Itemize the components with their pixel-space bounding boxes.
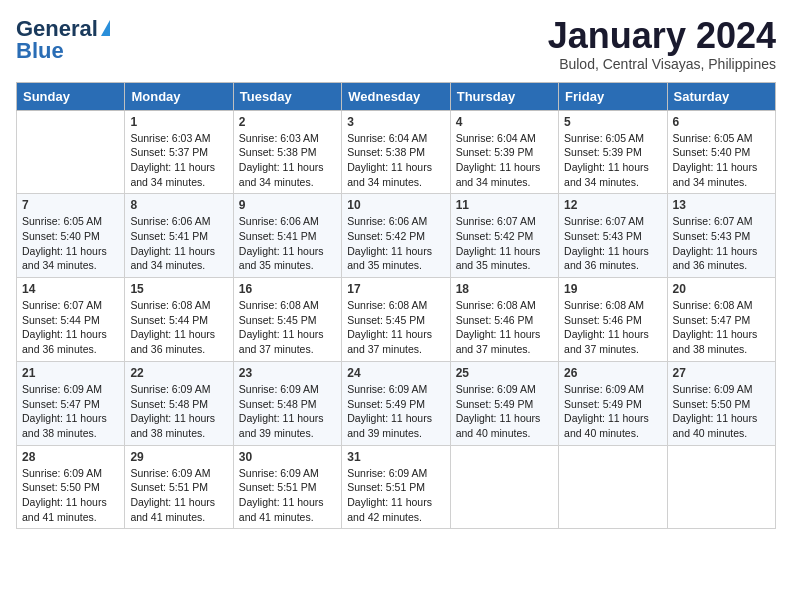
day-detail: Sunrise: 6:08 AMSunset: 5:45 PMDaylight:… (239, 298, 336, 357)
calendar-cell: 31Sunrise: 6:09 AMSunset: 5:51 PMDayligh… (342, 445, 450, 529)
day-detail: Sunrise: 6:05 AMSunset: 5:39 PMDaylight:… (564, 131, 661, 190)
calendar-cell: 12Sunrise: 6:07 AMSunset: 5:43 PMDayligh… (559, 194, 667, 278)
day-detail: Sunrise: 6:09 AMSunset: 5:50 PMDaylight:… (673, 382, 770, 441)
calendar-cell: 25Sunrise: 6:09 AMSunset: 5:49 PMDayligh… (450, 361, 558, 445)
day-detail: Sunrise: 6:08 AMSunset: 5:45 PMDaylight:… (347, 298, 444, 357)
day-detail: Sunrise: 6:09 AMSunset: 5:51 PMDaylight:… (347, 466, 444, 525)
day-number: 1 (130, 115, 227, 129)
day-detail: Sunrise: 6:09 AMSunset: 5:50 PMDaylight:… (22, 466, 119, 525)
day-detail: Sunrise: 6:09 AMSunset: 5:48 PMDaylight:… (130, 382, 227, 441)
calendar-cell: 5Sunrise: 6:05 AMSunset: 5:39 PMDaylight… (559, 110, 667, 194)
day-detail: Sunrise: 6:07 AMSunset: 5:42 PMDaylight:… (456, 214, 553, 273)
calendar-cell (559, 445, 667, 529)
day-number: 14 (22, 282, 119, 296)
calendar-cell: 2Sunrise: 6:03 AMSunset: 5:38 PMDaylight… (233, 110, 341, 194)
calendar-cell: 29Sunrise: 6:09 AMSunset: 5:51 PMDayligh… (125, 445, 233, 529)
calendar-cell: 15Sunrise: 6:08 AMSunset: 5:44 PMDayligh… (125, 278, 233, 362)
calendar-cell: 21Sunrise: 6:09 AMSunset: 5:47 PMDayligh… (17, 361, 125, 445)
calendar-cell: 23Sunrise: 6:09 AMSunset: 5:48 PMDayligh… (233, 361, 341, 445)
day-detail: Sunrise: 6:08 AMSunset: 5:44 PMDaylight:… (130, 298, 227, 357)
day-number: 16 (239, 282, 336, 296)
calendar-week-row: 7Sunrise: 6:05 AMSunset: 5:40 PMDaylight… (17, 194, 776, 278)
calendar-table: SundayMondayTuesdayWednesdayThursdayFrid… (16, 82, 776, 530)
calendar-cell: 4Sunrise: 6:04 AMSunset: 5:39 PMDaylight… (450, 110, 558, 194)
calendar-cell: 3Sunrise: 6:04 AMSunset: 5:38 PMDaylight… (342, 110, 450, 194)
calendar-cell: 27Sunrise: 6:09 AMSunset: 5:50 PMDayligh… (667, 361, 775, 445)
logo-blue: Blue (16, 38, 64, 64)
day-detail: Sunrise: 6:09 AMSunset: 5:49 PMDaylight:… (564, 382, 661, 441)
day-detail: Sunrise: 6:03 AMSunset: 5:37 PMDaylight:… (130, 131, 227, 190)
calendar-week-row: 1Sunrise: 6:03 AMSunset: 5:37 PMDaylight… (17, 110, 776, 194)
calendar-cell: 1Sunrise: 6:03 AMSunset: 5:37 PMDaylight… (125, 110, 233, 194)
day-number: 25 (456, 366, 553, 380)
calendar-cell: 11Sunrise: 6:07 AMSunset: 5:42 PMDayligh… (450, 194, 558, 278)
day-detail: Sunrise: 6:04 AMSunset: 5:39 PMDaylight:… (456, 131, 553, 190)
page-header: General Blue January 2024 Bulod, Central… (16, 16, 776, 72)
weekday-header: Thursday (450, 82, 558, 110)
calendar-cell: 6Sunrise: 6:05 AMSunset: 5:40 PMDaylight… (667, 110, 775, 194)
day-detail: Sunrise: 6:09 AMSunset: 5:51 PMDaylight:… (130, 466, 227, 525)
day-number: 30 (239, 450, 336, 464)
weekday-header: Wednesday (342, 82, 450, 110)
weekday-header: Friday (559, 82, 667, 110)
calendar-cell: 26Sunrise: 6:09 AMSunset: 5:49 PMDayligh… (559, 361, 667, 445)
day-number: 24 (347, 366, 444, 380)
day-detail: Sunrise: 6:09 AMSunset: 5:48 PMDaylight:… (239, 382, 336, 441)
weekday-header: Tuesday (233, 82, 341, 110)
calendar-cell: 17Sunrise: 6:08 AMSunset: 5:45 PMDayligh… (342, 278, 450, 362)
day-number: 7 (22, 198, 119, 212)
calendar-cell: 9Sunrise: 6:06 AMSunset: 5:41 PMDaylight… (233, 194, 341, 278)
calendar-cell (17, 110, 125, 194)
day-detail: Sunrise: 6:07 AMSunset: 5:43 PMDaylight:… (564, 214, 661, 273)
day-detail: Sunrise: 6:09 AMSunset: 5:49 PMDaylight:… (347, 382, 444, 441)
calendar-cell: 8Sunrise: 6:06 AMSunset: 5:41 PMDaylight… (125, 194, 233, 278)
day-detail: Sunrise: 6:03 AMSunset: 5:38 PMDaylight:… (239, 131, 336, 190)
calendar-week-row: 14Sunrise: 6:07 AMSunset: 5:44 PMDayligh… (17, 278, 776, 362)
day-number: 19 (564, 282, 661, 296)
day-detail: Sunrise: 6:04 AMSunset: 5:38 PMDaylight:… (347, 131, 444, 190)
day-detail: Sunrise: 6:09 AMSunset: 5:49 PMDaylight:… (456, 382, 553, 441)
day-number: 27 (673, 366, 770, 380)
weekday-header: Monday (125, 82, 233, 110)
calendar-cell: 24Sunrise: 6:09 AMSunset: 5:49 PMDayligh… (342, 361, 450, 445)
calendar-cell: 28Sunrise: 6:09 AMSunset: 5:50 PMDayligh… (17, 445, 125, 529)
day-number: 13 (673, 198, 770, 212)
day-number: 10 (347, 198, 444, 212)
calendar-cell: 20Sunrise: 6:08 AMSunset: 5:47 PMDayligh… (667, 278, 775, 362)
calendar-cell: 30Sunrise: 6:09 AMSunset: 5:51 PMDayligh… (233, 445, 341, 529)
day-detail: Sunrise: 6:08 AMSunset: 5:46 PMDaylight:… (564, 298, 661, 357)
calendar-cell: 18Sunrise: 6:08 AMSunset: 5:46 PMDayligh… (450, 278, 558, 362)
weekday-header: Sunday (17, 82, 125, 110)
calendar-cell: 16Sunrise: 6:08 AMSunset: 5:45 PMDayligh… (233, 278, 341, 362)
day-number: 2 (239, 115, 336, 129)
day-number: 18 (456, 282, 553, 296)
day-detail: Sunrise: 6:05 AMSunset: 5:40 PMDaylight:… (22, 214, 119, 273)
calendar-cell: 13Sunrise: 6:07 AMSunset: 5:43 PMDayligh… (667, 194, 775, 278)
calendar-cell: 19Sunrise: 6:08 AMSunset: 5:46 PMDayligh… (559, 278, 667, 362)
day-detail: Sunrise: 6:07 AMSunset: 5:44 PMDaylight:… (22, 298, 119, 357)
day-number: 20 (673, 282, 770, 296)
day-number: 6 (673, 115, 770, 129)
day-number: 23 (239, 366, 336, 380)
day-detail: Sunrise: 6:06 AMSunset: 5:41 PMDaylight:… (130, 214, 227, 273)
weekday-header: Saturday (667, 82, 775, 110)
day-detail: Sunrise: 6:05 AMSunset: 5:40 PMDaylight:… (673, 131, 770, 190)
day-number: 21 (22, 366, 119, 380)
day-detail: Sunrise: 6:06 AMSunset: 5:42 PMDaylight:… (347, 214, 444, 273)
day-number: 3 (347, 115, 444, 129)
calendar-week-row: 28Sunrise: 6:09 AMSunset: 5:50 PMDayligh… (17, 445, 776, 529)
calendar-cell: 7Sunrise: 6:05 AMSunset: 5:40 PMDaylight… (17, 194, 125, 278)
day-detail: Sunrise: 6:08 AMSunset: 5:46 PMDaylight:… (456, 298, 553, 357)
day-number: 8 (130, 198, 227, 212)
logo-triangle-icon (101, 20, 110, 36)
day-detail: Sunrise: 6:09 AMSunset: 5:47 PMDaylight:… (22, 382, 119, 441)
day-detail: Sunrise: 6:09 AMSunset: 5:51 PMDaylight:… (239, 466, 336, 525)
day-number: 5 (564, 115, 661, 129)
day-number: 22 (130, 366, 227, 380)
month-title: January 2024 (548, 16, 776, 56)
calendar-cell (667, 445, 775, 529)
location-subtitle: Bulod, Central Visayas, Philippines (548, 56, 776, 72)
logo: General Blue (16, 16, 110, 64)
day-number: 11 (456, 198, 553, 212)
day-detail: Sunrise: 6:07 AMSunset: 5:43 PMDaylight:… (673, 214, 770, 273)
